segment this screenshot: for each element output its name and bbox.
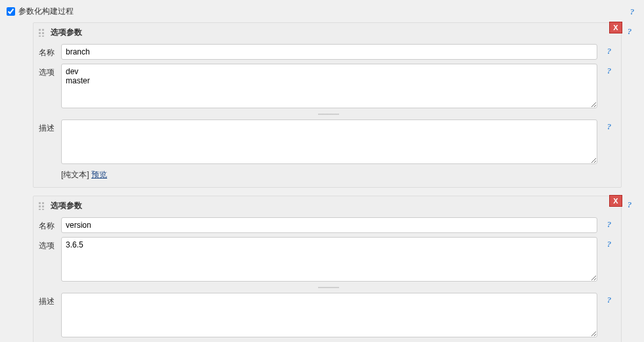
options-label: 选项 bbox=[39, 237, 56, 251]
parameter-block: X 选项参数 名称 ? 选项 bbox=[33, 196, 622, 342]
parameter-title: 选项参数 bbox=[51, 200, 82, 211]
drag-handle-icon[interactable] bbox=[39, 29, 47, 37]
options-textarea[interactable] bbox=[61, 237, 597, 282]
name-input[interactable] bbox=[61, 44, 597, 60]
resize-grip[interactable] bbox=[62, 286, 595, 289]
parameter-title: 选项参数 bbox=[51, 27, 82, 38]
plaintext-label: [纯文本] bbox=[61, 170, 91, 179]
drag-handle-icon[interactable] bbox=[39, 202, 47, 210]
description-textarea[interactable] bbox=[61, 293, 597, 337]
description-textarea[interactable] bbox=[61, 119, 597, 164]
parameterized-build-label: 参数化构建过程 bbox=[18, 6, 74, 17]
help-icon[interactable]: ? bbox=[624, 26, 635, 37]
parameter-block: X 选项参数 名称 ? 选项 bbox=[33, 22, 622, 188]
description-label: 描述 bbox=[39, 293, 56, 307]
help-icon[interactable]: ? bbox=[604, 121, 614, 132]
help-icon[interactable]: ? bbox=[604, 219, 614, 230]
parameterized-build-toggle[interactable]: 参数化构建过程 bbox=[7, 6, 74, 17]
options-textarea[interactable] bbox=[61, 64, 597, 108]
resize-grip[interactable] bbox=[62, 113, 595, 116]
parameterized-build-checkbox[interactable] bbox=[7, 7, 15, 16]
help-icon[interactable]: ? bbox=[627, 7, 637, 17]
preview-link[interactable]: 预览 bbox=[91, 170, 107, 179]
help-icon[interactable]: ? bbox=[604, 239, 614, 249]
description-label: 描述 bbox=[39, 119, 56, 134]
name-label: 名称 bbox=[39, 44, 56, 58]
options-label: 选项 bbox=[39, 64, 56, 78]
help-icon[interactable]: ? bbox=[604, 295, 614, 305]
help-icon[interactable]: ? bbox=[624, 200, 635, 210]
help-icon[interactable]: ? bbox=[604, 46, 614, 56]
name-label: 名称 bbox=[39, 217, 56, 232]
name-input[interactable] bbox=[61, 217, 597, 233]
help-icon[interactable]: ? bbox=[604, 66, 614, 76]
delete-button[interactable]: X bbox=[609, 22, 622, 33]
delete-button[interactable]: X bbox=[609, 195, 622, 207]
